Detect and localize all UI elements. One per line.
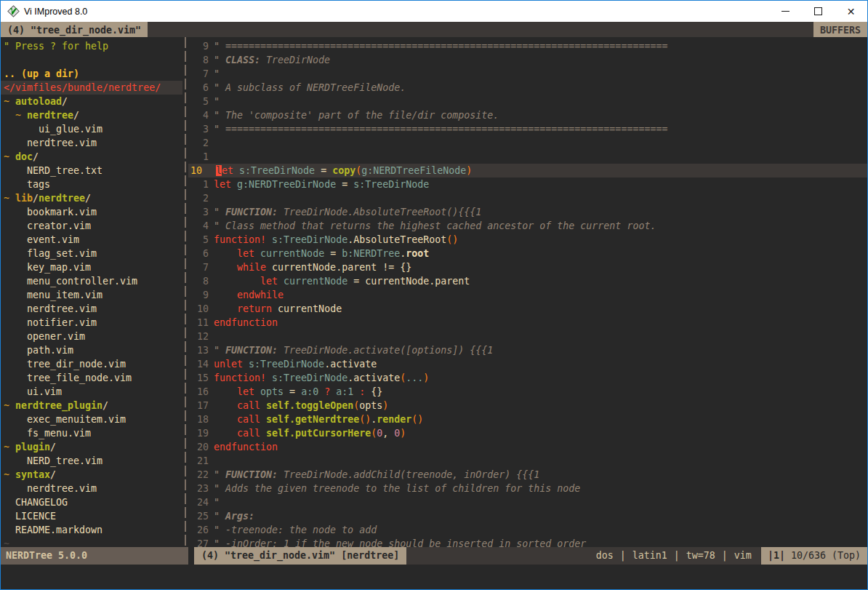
statusline-separator: | (620, 547, 626, 565)
code-line[interactable]: 19 call self.putCursorHere(0, 0) (188, 426, 867, 440)
tree-item[interactable]: tree_file_node.vim (1, 371, 182, 385)
code-line[interactable]: 6" A subclass of NERDTreeFileNode. (188, 81, 867, 95)
tree-item[interactable]: bookmark.vim (1, 205, 182, 219)
tree-item[interactable]: .. (up a dir) (1, 67, 182, 81)
tree-item[interactable]: flag_set.vim (1, 247, 182, 260)
code-line[interactable]: 1let g:NERDTreeDirNode = s:TreeDirNode (188, 178, 867, 191)
tree-item[interactable]: fs_menu.vim (1, 426, 182, 440)
code-line[interactable]: 15function! s:TreeDirNode.activate(...) (188, 371, 867, 385)
code-line[interactable]: 27" -inOrder: 1 if the new node should b… (188, 537, 867, 547)
code-line[interactable]: 7" (188, 67, 867, 81)
line-number: 18 (188, 412, 209, 426)
code-text: " Class method that returns the highest … (214, 219, 656, 233)
code-line[interactable]: 18 call self.getNerdtree().render() (188, 412, 867, 426)
code-line[interactable]: 4" Class method that returns the highest… (188, 219, 867, 233)
code-line[interactable]: 6 let currentNode = b:NERDTree.root (188, 247, 867, 260)
code-line[interactable]: 3" =====================================… (188, 122, 867, 136)
tree-item[interactable]: nerdtree.vim (1, 136, 182, 150)
code-line-current[interactable]: 10let s:TreeDirNode = copy(g:NERDTreeFil… (188, 164, 867, 178)
tree-item[interactable]: nerdtree.vim (1, 482, 182, 495)
tree-item[interactable]: ~ doc/ (1, 150, 182, 164)
tree-item[interactable]: ~ autoload/ (1, 95, 182, 108)
code-line[interactable]: 10 return currentNode (188, 302, 867, 316)
tree-item[interactable]: ~ lib/nerdtree/ (1, 191, 182, 205)
tree-item[interactable]: key_map.vim (1, 260, 182, 274)
tree-item[interactable]: ~ (1, 537, 182, 547)
code-line[interactable]: 2 (188, 191, 867, 205)
maximize-button[interactable] (802, 1, 835, 22)
code-line[interactable]: 25" Args: (188, 509, 867, 523)
tree-item[interactable]: event.vim (1, 233, 182, 247)
tree-item[interactable]: " Press ? for help (1, 39, 182, 53)
code-line[interactable]: 26" -treenode: the node to add (188, 523, 867, 537)
tab-tree-dir-node[interactable]: (4) "tree_dir_node.vim" (1, 22, 148, 37)
code-line[interactable]: 23" Adds the given treenode to the list … (188, 482, 867, 495)
line-number: 24 (188, 495, 209, 509)
code-text: " -treenode: the node to add (214, 523, 377, 537)
tree-item[interactable]: tags (1, 178, 182, 191)
code-line[interactable]: 16 let opts = a:0 ? a:1 : {} (188, 385, 867, 399)
tree-item[interactable]: LICENCE (1, 509, 182, 523)
code-line[interactable]: 9" =====================================… (188, 39, 867, 53)
minimize-button[interactable] (769, 1, 802, 22)
code-area[interactable]: 9" =====================================… (188, 37, 867, 547)
code-text: while currentNode.parent != {} (214, 260, 411, 274)
code-line[interactable]: 2 (188, 136, 867, 150)
tree-item-current[interactable]: </vimfiles/bundle/nerdtree/ (1, 81, 182, 95)
code-line[interactable]: 12 (188, 330, 867, 343)
tree-item[interactable]: README.markdown (1, 523, 182, 537)
buffers-label[interactable]: BUFFERS (813, 22, 867, 37)
tree-item[interactable]: menu_item.vim (1, 288, 182, 302)
code-line[interactable]: 17 call self.toggleOpen(opts) (188, 399, 867, 412)
code-line[interactable]: 20endfunction (188, 440, 867, 454)
tree-item[interactable]: menu_controller.vim (1, 274, 182, 288)
code-line[interactable]: 1 (188, 150, 867, 164)
code-text: let g:NERDTreeDirNode = s:TreeDirNode (214, 178, 429, 191)
line-number: 8 (188, 53, 209, 67)
close-button[interactable]: ✕ (835, 1, 867, 22)
tree-item[interactable]: ~ nerdtree_plugin/ (1, 399, 182, 412)
tree-item[interactable]: ~ plugin/ (1, 440, 182, 454)
code-line[interactable]: 8 let currentNode = currentNode.parent (188, 274, 867, 288)
code-text: " FUNCTION: TreeDirNode.AbsoluteTreeRoot… (214, 205, 481, 219)
tree-item[interactable]: creator.vim (1, 219, 182, 233)
tree-item[interactable]: opener.vim (1, 330, 182, 343)
tree-item[interactable]: ~ nerdtree/ (1, 108, 182, 122)
code-text: let currentNode = b:NERDTree.root (214, 247, 429, 260)
code-line[interactable]: 3" FUNCTION: TreeDirNode.AbsoluteTreeRoo… (188, 205, 867, 219)
tree-item[interactable]: notifier.vim (1, 316, 182, 330)
line-number: 16 (188, 385, 209, 399)
code-line[interactable]: 9 endwhile (188, 288, 867, 302)
code-line[interactable]: 5function! s:TreeDirNode.AbsoluteTreeRoo… (188, 233, 867, 247)
code-text: " ======================================… (214, 122, 667, 136)
code-text: call self.toggleOpen(opts) (214, 399, 388, 412)
tree-item[interactable]: ui_glue.vim (1, 122, 182, 136)
line-number: 26 (188, 523, 209, 537)
tree-item[interactable]: CHANGELOG (1, 495, 182, 509)
line-number: 25 (188, 509, 209, 523)
code-line[interactable]: 11endfunction (188, 316, 867, 330)
tree-item[interactable]: NERD_tree.vim (1, 454, 182, 468)
tree-item[interactable]: NERD_tree.txt (1, 164, 182, 178)
code-line[interactable]: 21 (188, 454, 867, 468)
tree-item[interactable]: exec_menuitem.vim (1, 412, 182, 426)
tree-item[interactable]: nerdtree.vim (1, 302, 182, 316)
code-line[interactable]: 22" FUNCTION: TreeDirNode.addChild(treen… (188, 468, 867, 482)
code-line[interactable]: 13" FUNCTION: TreeDirNode.activate([opti… (188, 343, 867, 357)
command-line[interactable] (1, 565, 867, 590)
tree-item[interactable] (1, 53, 182, 67)
code-line[interactable]: 8" CLASS: TreeDirNode (188, 53, 867, 67)
window-separator[interactable] (182, 37, 188, 547)
code-line[interactable]: 5" (188, 95, 867, 108)
code-line[interactable]: 14unlet s:TreeDirNode.activate (188, 357, 867, 371)
code-line[interactable]: 4" The 'composite' part of the file/dir … (188, 108, 867, 122)
nerdtree-panel[interactable]: " Press ? for help.. (up a dir)</vimfile… (1, 37, 182, 547)
code-line[interactable]: 7 while currentNode.parent != {} (188, 260, 867, 274)
line-number: 7 (188, 67, 209, 81)
tree-item[interactable]: path.vim (1, 343, 182, 357)
tree-item[interactable]: ui.vim (1, 385, 182, 399)
line-number: 13 (188, 343, 209, 357)
tree-item[interactable]: ~ syntax/ (1, 468, 182, 482)
tree-item[interactable]: tree_dir_node.vim (1, 357, 182, 371)
code-line[interactable]: 24" (188, 495, 867, 509)
